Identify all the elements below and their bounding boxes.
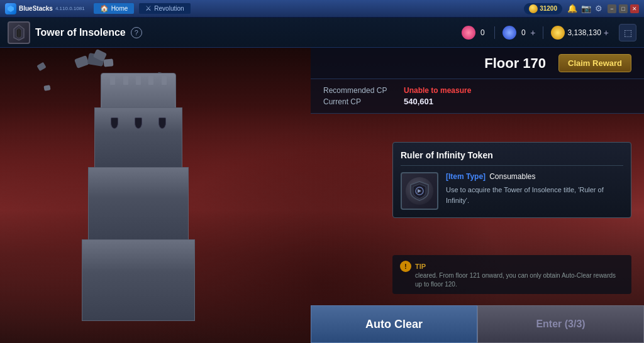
cp-recommended-row: Recommended CP Unable to measure (323, 86, 631, 95)
resource-count-1: 0 (478, 28, 487, 37)
title-bar-left: BlueStacks 4.110.0.1081 🏠 Home ⚔ Revolut… (5, 3, 191, 14)
resource-item-1: 0 (462, 26, 487, 40)
exit-button[interactable]: ⬚ (619, 24, 636, 41)
item-type-label: [Item Type] (446, 172, 486, 181)
resource-item-2: 0 + (502, 26, 535, 40)
close-button[interactable]: ✕ (630, 4, 639, 13)
resource-separator-1 (494, 26, 495, 39)
title-bar-right: 31200 🔔 📷 ⚙ − □ ✕ (524, 3, 639, 14)
cp-info-panel: Recommended CP Unable to measure Current… (311, 79, 644, 114)
tower-title-area: Tower of Insolence ? (8, 21, 462, 44)
cp-current-label: Current CP (323, 97, 399, 106)
tip-icon: ! (400, 261, 411, 272)
game-header: Tower of Insolence ? 0 0 + 3,138,130 + ⬚ (0, 18, 644, 48)
tab-home-label: Home (111, 5, 128, 12)
tab-home[interactable]: 🏠 Home (94, 3, 135, 14)
item-icon-inner (406, 177, 433, 205)
tooltip-desc: [Item Type] Consumables Use to acquire t… (446, 172, 623, 205)
window-controls: − □ ✕ (608, 4, 639, 13)
svg-marker-0 (8, 6, 14, 12)
bluestacks-icon (5, 3, 16, 14)
tower-body: ▼ ▼ 170 ▼ ▼ ▼ ▼ 169 (82, 73, 195, 318)
tower-segment-base: ▼ ▼ 169 ▼ ▼ (82, 239, 195, 321)
tooltip-title: Ruler of Infinity Token (401, 150, 623, 166)
item-type-value: Consumables (489, 172, 535, 181)
rock-3 (43, 85, 50, 91)
tower-segment-bot: ▼ ▼ 170 ▼ ▼ (88, 167, 189, 242)
resource-item-3: 3,138,130 + (551, 26, 609, 40)
settings-icon[interactable]: ⚙ (595, 4, 602, 13)
tower-header-icon (8, 21, 30, 44)
resource-count-2: 0 (519, 28, 528, 37)
item-description: Use to acquire the Tower of Insolence ti… (446, 185, 623, 205)
help-button[interactable]: ? (131, 27, 142, 38)
tower-name-label: Tower of Insolence (35, 27, 126, 38)
floor-label: Floor 170 (484, 55, 546, 72)
coins-value: 31200 (540, 5, 557, 12)
rock-1 (36, 62, 46, 72)
notif-icons: 🔔 📷 ⚙ (567, 4, 602, 13)
main-content: ▼ ▼ 170 ▼ ▼ ▼ ▼ 169 (0, 48, 644, 343)
tooltip-body: [Item Type] Consumables Use to acquire t… (401, 172, 623, 210)
bluestacks-name: BlueStacks (19, 5, 53, 12)
resource-icon-blue (502, 26, 516, 40)
bluestacks-version: 4.110.0.1081 (55, 6, 85, 11)
resource-count-3: 3,138,130 (567, 28, 601, 37)
tip-row: ! TIP cleared. From floor 121 onward, yo… (400, 260, 624, 289)
exit-icon: ⬚ (624, 28, 632, 38)
cp-recommended-value: Unable to measure (404, 86, 471, 95)
item-icon-box (401, 172, 438, 210)
cp-current-value: 540,601 (404, 97, 433, 106)
tip-label: TIP (415, 263, 426, 270)
maximize-button[interactable]: □ (619, 4, 628, 13)
bottom-buttons: Auto Clear Enter (3/3) (311, 305, 644, 343)
resource-separator-2 (543, 26, 543, 39)
minimize-button[interactable]: − (608, 4, 616, 13)
tab-game[interactable]: ⚔ Revolution (139, 3, 190, 14)
resource-icon-gold (551, 26, 565, 40)
resource-plus-2[interactable]: + (604, 28, 609, 38)
cp-recommended-label: Recommended CP (323, 86, 399, 95)
tower-container: ▼ ▼ 170 ▼ ▼ ▼ ▼ 169 (31, 54, 245, 324)
resource-plus-1[interactable]: + (530, 28, 535, 38)
auto-clear-button[interactable]: Auto Clear (311, 305, 477, 343)
header-resources: 0 0 + 3,138,130 + ⬚ (462, 24, 636, 41)
tab-game-label: Revolution (154, 5, 184, 12)
cp-current-row: Current CP 540,601 (323, 97, 631, 106)
item-type-row: [Item Type] Consumables (446, 172, 623, 181)
item-tooltip: Ruler of Infinity Token [Item Type] Cons… (392, 142, 631, 218)
floor-info-bar: Floor 170 Claim Reward (311, 48, 644, 79)
coin-icon (529, 4, 538, 13)
camera-icon[interactable]: 📷 (581, 4, 591, 13)
rocks-top (69, 54, 119, 85)
coins-display: 31200 (524, 3, 562, 14)
tip-content: TIP cleared. From floor 121 onward, you … (415, 260, 624, 289)
tower-segment-mid (94, 107, 182, 170)
bell-icon[interactable]: 🔔 (567, 4, 577, 13)
claim-reward-button[interactable]: Claim Reward (558, 54, 631, 72)
title-bar: BlueStacks 4.110.0.1081 🏠 Home ⚔ Revolut… (0, 0, 644, 18)
tip-area: ! TIP cleared. From floor 121 onward, yo… (392, 255, 631, 294)
resource-icon-pink (462, 26, 475, 40)
tip-text: cleared. From floor 121 onward, you can … (415, 271, 624, 289)
bluestacks-logo: BlueStacks 4.110.0.1081 (5, 3, 85, 14)
enter-button[interactable]: Enter (3/3) (477, 305, 644, 343)
